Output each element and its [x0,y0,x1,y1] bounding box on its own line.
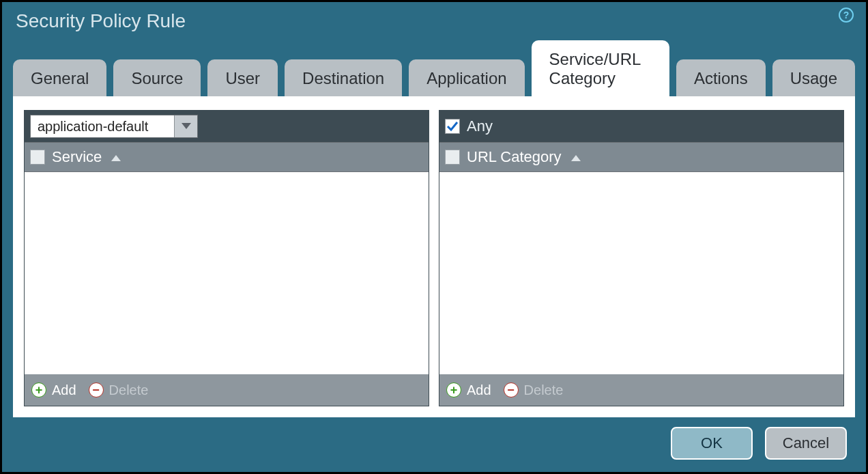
cancel-button[interactable]: Cancel [765,427,847,460]
service-delete-button: − Delete [89,382,149,398]
tab-general[interactable]: General [13,59,106,96]
plus-icon: + [31,382,46,398]
dialog-title: Security Policy Rule [16,10,186,32]
tab-usage[interactable]: Usage [772,59,855,96]
service-type-input[interactable] [31,115,174,137]
tab-actions[interactable]: Actions [676,59,766,96]
minus-icon: − [89,382,104,398]
service-panel-topbar [25,111,429,142]
svg-marker-2 [571,155,581,161]
url-category-panel: Any URL Category + Add − Delete [439,110,844,406]
service-column-header-row: Service [25,142,429,172]
tab-source[interactable]: Source [113,59,201,96]
url-grid-body [439,172,843,374]
url-delete-label: Delete [524,382,564,398]
url-any-checkbox[interactable]: Any [445,117,493,135]
service-add-button[interactable]: + Add [31,382,76,398]
tab-user[interactable]: User [207,59,278,96]
dialog-titlebar: Security Policy Rule ? [2,2,866,40]
url-add-button[interactable]: + Add [446,382,491,398]
ok-button[interactable]: OK [671,427,753,460]
service-add-label: Add [52,382,76,398]
tabs-row: General Source User Destination Applicat… [2,40,866,96]
sort-ascending-icon[interactable] [111,148,121,166]
tab-body: Service + Add − Delete [13,96,855,417]
plus-icon: + [446,382,461,398]
tab-service-url-category[interactable]: Service/URL Category [532,40,669,96]
tab-destination[interactable]: Destination [285,59,402,96]
chevron-down-icon[interactable] [174,115,197,137]
url-panel-footer: + Add − Delete [439,374,843,406]
dialog-button-row: OK Cancel [671,427,847,460]
sort-ascending-icon[interactable] [571,148,581,166]
url-panel-topbar: Any [439,111,843,142]
checkbox-icon [445,119,460,134]
help-icon[interactable]: ? [839,8,854,23]
service-grid-body [25,172,429,374]
url-column-header-label[interactable]: URL Category [467,148,562,166]
url-add-label: Add [467,382,491,398]
svg-marker-1 [111,155,121,161]
url-select-all-checkbox[interactable] [445,150,460,165]
service-select-all-checkbox[interactable] [30,150,45,165]
tab-application[interactable]: Application [409,59,524,96]
help-glyph: ? [843,10,850,20]
service-panel: Service + Add − Delete [24,110,429,406]
service-type-dropdown[interactable] [30,115,198,138]
url-delete-button: − Delete [504,382,564,398]
minus-icon: − [504,382,519,398]
service-delete-label: Delete [109,382,149,398]
svg-marker-0 [182,123,191,129]
service-panel-footer: + Add − Delete [25,374,429,406]
url-column-header-row: URL Category [439,142,843,172]
url-any-label: Any [467,117,493,135]
security-policy-rule-dialog: Security Policy Rule ? General Source Us… [2,2,866,472]
service-column-header-label[interactable]: Service [52,148,102,166]
